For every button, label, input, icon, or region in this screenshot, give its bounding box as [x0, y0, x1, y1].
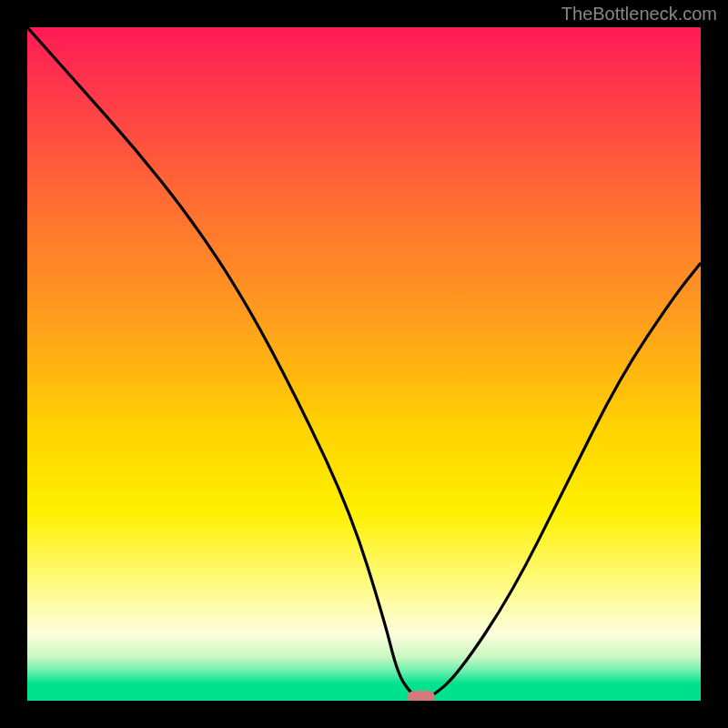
curve-svg	[27, 27, 701, 701]
optimal-marker	[408, 691, 435, 701]
watermark-text: TheBottleneck.com	[561, 4, 717, 25]
plot-area	[27, 27, 701, 701]
bottleneck-curve	[27, 27, 701, 697]
